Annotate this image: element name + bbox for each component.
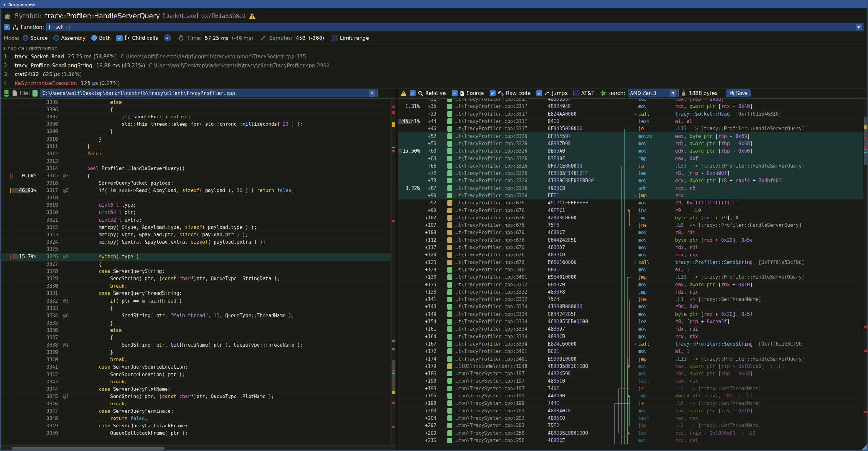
source-line[interactable]: 46.93%3317@5 if( !m_sock->Read( &payload… (1, 187, 396, 194)
assembly-row[interactable]: +31…t\TracyProfiler.cpp:3317488D5597lear… (398, 99, 863, 103)
source-line[interactable]: 3341 case ServerQuerySourceLocation: (1, 363, 396, 371)
source-line[interactable]: 3346 break; (1, 400, 396, 408)
assembly-row[interactable]: +79…t\TracyProfiler.cpp:3326418B8C80E0BF… (398, 177, 863, 184)
source-line[interactable]: 3316 ServerQueryPacket payload; (1, 180, 396, 187)
assembly-row[interactable]: +99…t\TracyProfiler.hpp:67649FFC1incr9 ;… (398, 207, 863, 214)
assembly-row[interactable]: +52…t\TracyProfiler.cpp:33260FB64597movz… (398, 132, 863, 140)
att-toggle[interactable]: AT&T (573, 90, 595, 96)
assembly-vscrollbar[interactable] (863, 99, 867, 448)
source-checkbox[interactable]: ✓ (452, 90, 458, 96)
raw-code-checkbox[interactable]: ✓ (490, 90, 496, 96)
source-line[interactable]: 3349 case ServerQueryCallstackFrame: (1, 422, 396, 430)
mode-radio-both[interactable]: Both (91, 35, 111, 41)
source-line[interactable]: 3331 case ServerQueryThreadString: (1, 290, 396, 297)
function-combo[interactable]: [ - self - ] ▼ (46, 23, 864, 31)
source-line[interactable]: 3337 { (1, 334, 396, 341)
source-line[interactable]: 3323 memcpy( &ptr, &payload.ptr, sizeof(… (1, 231, 396, 239)
source-line[interactable]: 3336 else (1, 327, 396, 334)
source-line[interactable]: 3328 case ServerQueryString: (1, 268, 396, 275)
source-line[interactable]: 3325 (1, 246, 396, 253)
mode-radio-source[interactable]: Source (23, 35, 48, 41)
source-line[interactable]: 3305 else (1, 99, 396, 106)
assembly-row[interactable]: +209…mon\TracySystem.cpp:258488D35E88610… (398, 429, 863, 437)
source-line[interactable]: 3335 } (1, 320, 396, 327)
assembly-row[interactable]: +198…mon\TracySystem.cpp:199744Cje.L6 ->… (398, 400, 863, 407)
assembly-row[interactable]: +143…t\TracyProfiler.cpp:333441B90B00000… (398, 303, 863, 310)
source-line[interactable]: 3312#endif (1, 150, 396, 158)
assembly-row[interactable]: 45.41%+44…t\TracyProfiler.cpp:331784C0te… (398, 118, 863, 125)
source-line[interactable]: 3311} (1, 143, 396, 150)
assembly-row[interactable]: +72…t\TracyProfiler.cpp:33264C8D05F146F2… (398, 170, 863, 177)
assembly-row[interactable]: +193…mon\TracySystem.cpp:197740Eje.L3 ->… (398, 385, 863, 392)
assembly-row[interactable]: +200…mon\TracySystem.cpp:203488B4010movr… (398, 407, 863, 414)
assembly-row[interactable]: +164…t\TracyProfiler.cpp:3334488BCBmovrc… (398, 333, 863, 340)
chevron-down-icon[interactable]: ▼ (856, 24, 862, 30)
source-line[interactable]: 3324 memcpy( &extra, &payload.extra, siz… (1, 239, 396, 246)
assembly-row[interactable]: +56…t\TracyProfiler.cpp:3326488B7D98movr… (398, 140, 863, 147)
raw-code-toggle[interactable]: ✓ Raw code (490, 90, 530, 96)
chevron-down-icon[interactable]: ▼ (369, 90, 375, 96)
uarch-combo[interactable]: AMD Zen 3 ▼ (628, 89, 679, 97)
assembly-row[interactable]: +167…t\TracyProfiler.cpp:3334E824160000‹… (398, 340, 863, 348)
assembly-row[interactable]: +102…t\TracyProfiler.hpp:67642803C0F00cm… (398, 214, 863, 222)
source-line[interactable]: 3329 SendString( ptr, (const char*)ptr, … (1, 275, 396, 282)
jumps-checkbox[interactable]: ✓ (536, 90, 542, 96)
source-line[interactable]: 0.66%3315@7{ (1, 172, 396, 180)
limit-range-checkbox[interactable] (332, 35, 338, 41)
function-checkbox[interactable]: ✓ (4, 24, 10, 30)
assembly-row[interactable]: +130…t\TracyProfiler.cpp:3401E9E4010000j… (398, 274, 863, 281)
assembly-row[interactable]: 1.31%+35…t\TracyProfiler.cpp:3317488B494… (398, 103, 863, 110)
source-line[interactable]: 3345@1 SendString( ptr, (const char*)ptr… (1, 393, 396, 400)
source-line[interactable]: 3333 { (1, 305, 396, 312)
source-line[interactable]: 3313 (1, 158, 396, 165)
child-call-row[interactable]: 4.KeSynchronizeExecution125 μs (0.27%) (4, 80, 864, 88)
relative-toggle[interactable]: ✓ Relative (410, 90, 446, 96)
assembly-row[interactable]: +149…t\TracyProfiler.cpp:3334C64424205Fm… (398, 311, 863, 318)
source-line[interactable]: 3327 { (1, 261, 396, 268)
assembly-row[interactable]: +179…1103\include\atomic:1048488B05B63C1… (398, 363, 863, 370)
assembly-row[interactable]: +109…t\TracyProfiler.hpp:6764C8BC7movr8,… (398, 229, 863, 236)
source-hscroll-thumb[interactable] (12, 447, 164, 450)
assembly-row[interactable]: +195…mon\TracySystem.cpp:199443900cmpdwo… (398, 392, 863, 400)
assembly-row[interactable]: +63…t\TracyProfiler.cpp:332683F80Fcmpeax… (398, 155, 863, 162)
assembly-row[interactable]: +138…t\TracyProfiler.cpp:3332483BF8cmprd… (398, 289, 863, 296)
source-line[interactable]: 3344 case ServerQueryPlotName: (1, 386, 396, 393)
titlebar[interactable]: ▼ Source view (1, 1, 867, 8)
assembly-row[interactable]: +161…t\TracyProfiler.cpp:3334488BD7movrd… (398, 326, 863, 333)
assembly-row[interactable]: +186…mon\TracySystem.cpp:197448B4598movr… (398, 370, 863, 378)
source-line[interactable]: 3320 uint64_t ptr; (1, 209, 396, 216)
scrollbar-thumb[interactable] (392, 360, 395, 393)
source-line[interactable]: 3306 { (1, 106, 396, 113)
source-line[interactable]: 3332@3 if( ptr == m_mainThread ) (1, 298, 396, 305)
save-button[interactable]: Save (726, 89, 751, 97)
assembly-row[interactable]: +174…t\TracyProfiler.cpp:3401E9B8010000j… (398, 355, 863, 362)
collapse-distribution-button[interactable]: ▲ (164, 34, 171, 41)
radio-icon[interactable] (54, 35, 59, 41)
assembly-row[interactable]: +128…t\TracyProfiler.cpp:3401B001moval, … (398, 266, 863, 274)
assembly-row[interactable]: +154…t\TracyProfiler.cpp:33344C8D055FBA0… (398, 318, 863, 326)
source-line[interactable]: 3330 break; (1, 282, 396, 290)
source-vscrollbar[interactable] (391, 99, 396, 445)
radio-icon[interactable] (91, 35, 97, 41)
source-line[interactable]: 3348 return false; (1, 415, 396, 422)
assembly-row[interactable]: +66…t\TracyProfiler.cpp:33260F87CE060000… (398, 162, 863, 170)
source-line[interactable]: 3308 std::this_thread::sleep_for( std::c… (1, 121, 396, 128)
source-line[interactable]: 3309 } (1, 128, 396, 136)
att-checkbox[interactable] (573, 90, 579, 96)
assembly-row[interactable]: +172…t\TracyProfiler.cpp:3401B001moval, … (398, 348, 863, 355)
source-line[interactable]: 3342 SendSourceLocation( ptr ); (1, 371, 396, 378)
source-line[interactable]: 3343 break; (1, 379, 396, 386)
child-calls-toggle[interactable]: ✓ Child calls (117, 35, 158, 41)
limit-range-toggle[interactable]: Limit range (332, 35, 369, 41)
jumps-toggle[interactable]: ✓ Jumps (536, 90, 567, 96)
resize-grip[interactable] (862, 445, 867, 450)
assembly-row[interactable]: +120…t\TracyProfiler.hpp:676488BCBmovrcx… (398, 251, 863, 259)
radio-icon[interactable] (23, 35, 28, 41)
source-line[interactable]: 3307 if( shouldExit ) return; (1, 113, 396, 121)
source-line[interactable]: 3318 (1, 194, 396, 202)
source-line[interactable]: 3321 uint32_t extra; (1, 217, 396, 224)
source-line[interactable]: 15.79%3326@9 switch( type ) (1, 253, 396, 261)
source-toggle[interactable]: ✓ Source (452, 90, 484, 96)
assembly-row[interactable]: +46…t\TracyProfiler.cpp:33170F8435020000… (398, 125, 863, 132)
assembly-row[interactable]: +107…t\TracyProfiler.hpp:67675F6jne.L0 -… (398, 222, 863, 229)
